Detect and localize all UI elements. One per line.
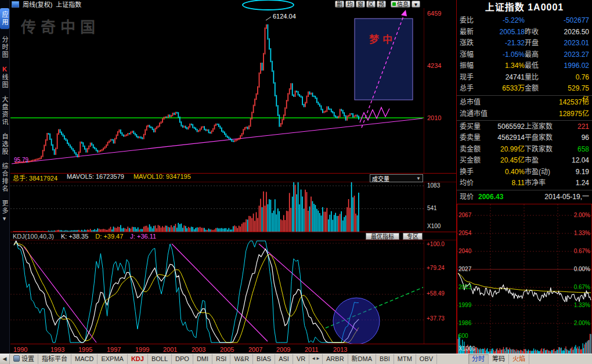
current-price-value: 2006.43 (478, 191, 503, 203)
kdj-value: J: +36.11 (130, 233, 156, 240)
toolbar-item[interactable]: 指标平台 (38, 354, 71, 364)
price-axis-label: 6459 (427, 10, 441, 17)
toolbar-item[interactable]: BIAS (253, 354, 275, 364)
market-cap-value: 128975亿 (559, 108, 589, 120)
toolbar-item[interactable]: ASI (275, 354, 293, 364)
quote-label: 振幅 (460, 60, 483, 72)
market-cap-value: 142537亿 (559, 96, 589, 108)
stat-value: 20.99亿 (483, 144, 525, 156)
toolbar-item[interactable]: DMI (193, 354, 212, 364)
info-dropdown-arrow[interactable]: ▾ (411, 1, 420, 8)
info-button-label: 信息 (397, 1, 409, 8)
toolbar-item[interactable]: 新DMA (348, 354, 376, 364)
quote-label: 涨幅 (460, 49, 483, 61)
sidebar-item[interactable]: 自选股 (0, 133, 9, 156)
quote-label: 最低 (525, 60, 562, 72)
quote-value: -1.05% (483, 49, 525, 61)
volume-chart[interactable] (10, 182, 424, 232)
stat-value: 20.45亿 (483, 155, 525, 167)
volume-stats: 总手: 38417924 MAVOL5: 16723579 MAVOL10: 9… (13, 173, 191, 182)
kdj-chart[interactable] (10, 240, 424, 344)
price-axis: 6459 4234 2010 (424, 8, 456, 173)
quote-label: 开盘 (525, 38, 562, 49)
toolbar-item[interactable]: EXPMA (98, 354, 128, 364)
sidebar-item[interactable]: 分时图 (0, 36, 9, 59)
year-label: 1999 (135, 346, 149, 353)
sidebar-item[interactable]: 更多▾ (0, 200, 9, 224)
toolbar-item[interactable]: VR (293, 354, 309, 364)
toolbar-item[interactable]: DPO (172, 354, 193, 364)
trading-app-window: 应用 分时图 K线图 大盘资讯 自选股 综合排名 更多▾ 周线(复权) 上证指数… (0, 0, 592, 364)
toolbar-item[interactable]: BOLL (148, 354, 172, 364)
chart-tool-button[interactable]: 删 (335, 1, 344, 8)
toolbar-item[interactable]: ◄► (309, 354, 323, 364)
kdj-axis-label: +58.49 (427, 290, 445, 297)
quote-value: 6533万 (483, 83, 525, 106)
toolbar-item[interactable]: MACD (71, 354, 98, 364)
info-button[interactable]: 信息 (391, 1, 410, 8)
chart-tool-button[interactable]: 窗 (356, 1, 365, 8)
toolbar-item[interactable]: 分时 (468, 354, 489, 364)
toolbar-back-arrow[interactable]: ◀ (0, 354, 10, 364)
app-icon (12, 1, 19, 8)
toolbar-item[interactable]: MTM (394, 354, 416, 364)
divider (457, 190, 592, 190)
toolbar-item[interactable]: BBI (376, 354, 394, 364)
price-axis-label: 2010 (427, 114, 441, 121)
toolbar-item[interactable]: 筹码 (489, 354, 509, 364)
quote-label (525, 15, 562, 27)
toolbar-item[interactable]: ARBR (323, 354, 348, 364)
toolbar-item[interactable]: W&R (230, 354, 253, 364)
sidebar-item[interactable]: 应用 (0, 8, 9, 29)
market-stat-rows: 委买量 5065592 上涨家数 221 委卖量 4562914 平盘家数 96… (457, 121, 592, 189)
sidebar-item[interactable]: 大盘资讯 (0, 96, 9, 126)
toolbar-item[interactable]: OBV (416, 354, 437, 364)
toolbar-item[interactable]: 火焰 (509, 354, 529, 364)
quote-value: 1.34% (483, 60, 525, 72)
quote-label: 委比 (460, 15, 483, 27)
chart-tool-button[interactable]: 区 (366, 1, 376, 8)
symbol-title: 上证指数 1A0001 (457, 0, 592, 15)
stat-value: 8.11 (483, 178, 525, 189)
main-kline-chart[interactable]: 传奇中国 6124.04 95.79 梦中 (10, 8, 424, 173)
kdj-title: KDJ(100,40,3) (13, 233, 54, 240)
toolbar-item[interactable]: 设置 (10, 354, 38, 364)
kdj-header: KDJ(100,40,3) K: +38.35 D: +39.47 J: +36… (10, 232, 456, 240)
stat-label: 均价 (460, 178, 483, 189)
market-stat-row: 委买量 5065592 上涨家数 221 (457, 121, 592, 133)
quote-value: 0.76 (562, 72, 589, 84)
stat-label: 下跌家数 (525, 144, 562, 156)
volume-stat: MAVOL5: 16723579 (67, 173, 124, 182)
year-label: 2011 (305, 346, 319, 353)
left-sidebar: 应用 分时图 K线图 大盘资讯 自选股 综合排名 更多▾ (0, 0, 10, 354)
stat-label: 委买量 (460, 121, 483, 133)
chart-tool-buttons: 删 均 窗 区 预 (335, 1, 386, 8)
kdj-value: K: +38.35 (61, 233, 88, 240)
toolbar-item[interactable]: RSI (212, 354, 230, 364)
quote-row: 涨幅 -1.05% 最高 2023.27 (457, 49, 592, 61)
symbol-label: 上证指数 (56, 0, 81, 9)
quote-panel: 上证指数 1A0001 委比 -5.22% -502677 最新 2005.18… (456, 0, 592, 354)
quote-value: 2005.18 (483, 27, 525, 38)
quote-value: -502677 (562, 15, 589, 27)
quote-value: 1996.02 (562, 60, 589, 72)
chevron-down-icon: ▼ (416, 176, 421, 181)
best-indicator-button[interactable]: 最优指标 (366, 233, 399, 240)
chart-tool-button[interactable]: 均 (345, 1, 355, 8)
intraday-chart[interactable]: 2067 2054 2040 2027 2013 1999 1986 2.00% (457, 204, 592, 354)
quote-row: 委比 -5.22% -502677 (457, 15, 592, 27)
quote-value: 2026.50 (562, 27, 589, 38)
stat-label: 委卖量 (460, 132, 483, 144)
quote-label: 昨收 (525, 27, 562, 38)
volume-type-dropdown[interactable]: 成交量 ▼ (370, 174, 423, 182)
toolbar-item[interactable]: KDJ (128, 354, 148, 364)
sidebar-item[interactable]: K线图 (0, 66, 9, 89)
quote-rows: 委比 -5.22% -502677 最新 2005.18 昨收 2026.50 … (457, 15, 592, 95)
bottom-toolbar: ◀ 设置 指标平台 MACD EXPMA KDJ BOLL DPO DMI RS… (0, 354, 592, 364)
zone-button[interactable]: 专区 (403, 233, 423, 240)
sidebar-item[interactable]: 综合排名 (0, 163, 9, 193)
volume-unit-label: X100 (427, 223, 441, 229)
year-label: 2001 (163, 346, 177, 353)
year-label: 2007 (248, 346, 262, 353)
chart-tool-button[interactable]: 预 (377, 1, 386, 8)
